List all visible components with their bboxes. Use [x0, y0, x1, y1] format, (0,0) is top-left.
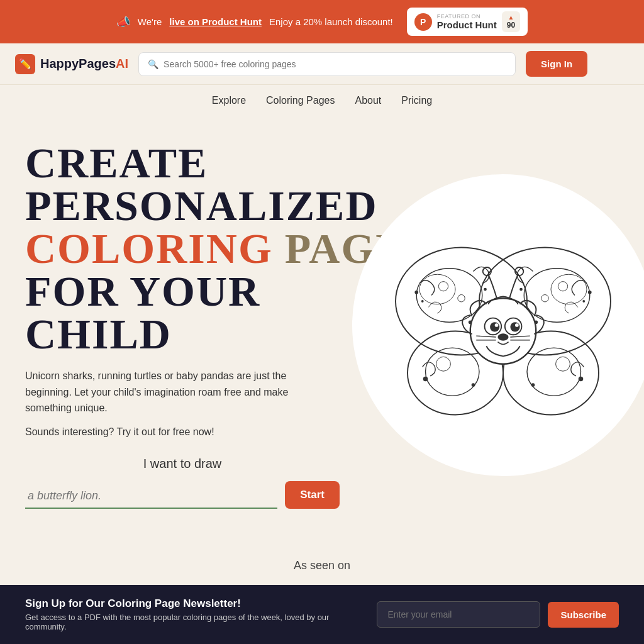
start-button[interactable]: Start: [285, 481, 340, 509]
svg-point-18: [582, 300, 585, 303]
logo-icon: ✏️: [15, 54, 35, 74]
hero-title: CREATE PERSONALIZED COLORING PAGES FOR Y…: [25, 142, 340, 355]
svg-point-27: [556, 357, 570, 371]
svg-point-28: [579, 377, 584, 382]
site-logo[interactable]: ✏️ HappyPagesAI: [15, 54, 128, 74]
search-icon: 🔍: [148, 59, 158, 69]
draw-input[interactable]: [25, 484, 277, 509]
svg-point-21: [519, 288, 523, 291]
hero-image-circle: [352, 174, 644, 476]
svg-point-24: [423, 377, 428, 382]
svg-point-9: [421, 300, 424, 303]
svg-point-14: [551, 274, 587, 304]
main-nav: Explore Coloring Pages About Pricing: [0, 85, 644, 116]
hero-right: [352, 174, 644, 476]
svg-point-17: [588, 291, 592, 294]
product-hunt-link[interactable]: live on Product Hunt: [169, 16, 262, 27]
newsletter-text: Sign Up for Our Coloring Page Newsletter…: [25, 597, 364, 631]
announcement-banner: 📣 We're live on Product Hunt Enjoy a 20%…: [0, 0, 644, 43]
svg-point-13: [524, 269, 590, 323]
logo-text: HappyPagesAI: [40, 57, 128, 71]
svg-point-16: [541, 294, 548, 301]
svg-point-37: [497, 333, 508, 340]
newsletter-bar: Sign Up for Our Coloring Page Newsletter…: [0, 585, 644, 644]
hero-left: CREATE PERSONALIZED COLORING PAGES FOR Y…: [25, 142, 340, 509]
svg-point-12: [484, 288, 487, 291]
svg-point-29: [531, 383, 535, 387]
butterfly-illustration: [384, 206, 623, 445]
svg-point-33: [490, 322, 499, 331]
ph-text-block: FEATURED ON Product Hunt: [437, 13, 497, 30]
draw-input-row: Start: [25, 481, 340, 509]
nav-explore[interactable]: Explore: [212, 95, 246, 106]
draw-label: I want to draw: [25, 457, 340, 471]
as-seen-title: As seen on: [25, 559, 619, 572]
ph-vote-number: 90: [507, 21, 515, 30]
ph-featured-label: FEATURED ON: [437, 13, 497, 19]
nav-about[interactable]: About: [355, 95, 381, 106]
newsletter-description: Get access to a PDF with the most popula…: [25, 613, 364, 631]
ph-arrow-icon: ▲: [508, 14, 514, 21]
banner-text-prefix: We're: [138, 16, 162, 27]
product-hunt-badge[interactable]: P FEATURED ON Product Hunt ▲ 90: [407, 8, 528, 36]
ph-name-label: Product Hunt: [437, 19, 497, 30]
site-header: ✏️ HappyPagesAI 🔍 Sign In: [0, 43, 644, 85]
svg-point-35: [495, 323, 499, 327]
svg-point-23: [436, 357, 451, 371]
nav-coloring-pages[interactable]: Coloring Pages: [266, 95, 335, 106]
ph-votes-count: ▲ 90: [502, 11, 520, 32]
svg-point-6: [438, 282, 448, 291]
newsletter-right: Subscribe: [377, 601, 619, 628]
search-input[interactable]: [164, 59, 506, 69]
svg-point-25: [472, 383, 475, 387]
ph-logo-icon: P: [414, 13, 432, 31]
hero-cta-text: Sounds interesting? Try it out for free …: [25, 426, 340, 438]
svg-point-36: [515, 323, 519, 327]
draw-section: I want to draw Start: [25, 457, 340, 509]
svg-point-15: [558, 282, 567, 291]
nav-pricing[interactable]: Pricing: [401, 95, 432, 106]
email-input[interactable]: [377, 601, 540, 628]
hero-description: Unicorn sharks, running turtles or baby …: [25, 368, 327, 416]
svg-point-5: [419, 274, 455, 304]
svg-point-7: [458, 294, 465, 301]
svg-point-4: [416, 269, 482, 323]
megaphone-icon: 📣: [116, 15, 130, 29]
hero-section: CREATE PERSONALIZED COLORING PAGES FOR Y…: [0, 116, 644, 534]
sign-in-button[interactable]: Sign In: [526, 51, 587, 77]
subscribe-button[interactable]: Subscribe: [548, 602, 619, 628]
svg-point-8: [414, 291, 418, 294]
newsletter-title: Sign Up for Our Coloring Page Newsletter…: [25, 597, 364, 610]
svg-point-30: [470, 298, 536, 364]
svg-point-34: [510, 322, 519, 331]
search-bar[interactable]: 🔍: [138, 52, 516, 76]
banner-text-suffix: Enjoy a 20% launch discount!: [269, 16, 393, 27]
